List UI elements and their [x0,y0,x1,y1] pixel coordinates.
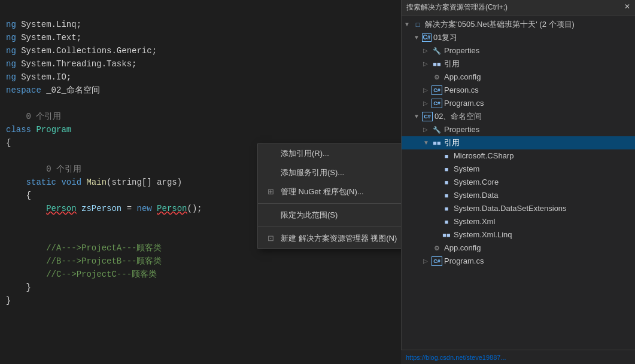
tree-program-cs-02[interactable]: ▷ C# Program.cs [402,255,635,268]
tree-arrow-person: ▷ [423,84,432,96]
close-panel-button[interactable]: ✕ [624,2,630,11]
menu-new-view[interactable]: ⊡ 新建 解决方案资源管理器 视图(N) [258,229,401,248]
tree-ref-01[interactable]: ▷ ■■ 引用 [402,57,635,71]
tree-properties-01[interactable]: ▷ 🔧 Properties [402,44,635,57]
tree-arrow-program-02: ▷ [423,255,432,267]
properties-icon-02: 🔧 [432,125,442,134]
menu-icon-nuget: ⊞ [264,185,277,198]
tree-ref-system[interactable]: ■ System [402,163,635,176]
code-editor[interactable]: ng System.Linq; ng System.Text; ng Syste… [0,0,401,364]
tree-arrow-ref-02: ▼ [423,137,432,149]
tree-arrow-solution: ▼ [404,19,412,30]
tree-person-cs[interactable]: ▷ C# Person.cs [402,84,635,97]
properties-icon-01: 🔧 [432,46,442,56]
tree-solution-root[interactable]: ▼ □ 解决方案'0505.Net基础班第十天' (2 个项目) [402,18,635,31]
tree-arrow-01: ▼ [414,32,422,44]
ref-xml-icon: ■ [441,217,452,227]
appconfig-icon-02: ⚙ [432,243,442,253]
project-02-icon: C# [422,112,433,121]
tree-arrow-program-01: ▷ [423,97,432,109]
tree-arrow-ref-01: ▷ [423,58,432,70]
menu-add-service-ref[interactable]: 添加服务引用(S)... [258,163,401,182]
project-01-icon: C# [422,33,432,42]
menu-manage-nuget[interactable]: ⊞ 管理 NuGet 程序包(N)... [258,182,401,201]
tree-ref-system-data-dse[interactable]: ■ System.Data.DataSetExtensions [402,202,635,215]
menu-separator-2 [258,227,401,227]
tree-ref-system-core[interactable]: ■ System.Core [402,176,635,189]
tree-properties-02[interactable]: ▷ 🔧 Properties [402,123,635,136]
tree-appconfig-02[interactable]: ⚙ App.config [402,241,635,255]
ref-icon-02: ■■ [432,138,442,148]
ref-system-icon: ■ [441,164,452,174]
solution-tree[interactable]: ▼ □ 解决方案'0505.Net基础班第十天' (2 个项目) ▼ C# 01… [402,16,635,364]
ref-dse-icon: ■ [441,204,452,213]
menu-icon-newview: ⊡ [264,232,277,245]
solution-icon: □ [412,20,423,29]
menu-scope[interactable]: 限定为此范围(S) [258,206,401,225]
tree-arrow-props-01: ▷ [423,45,432,57]
ref-xml-linq-icon: ■■ [441,230,452,240]
tree-project-01[interactable]: ▼ C# 01复习 [402,31,635,44]
tree-ref-system-data[interactable]: ■ System.Data [402,189,635,202]
ref-icon-01: ■■ [432,59,442,69]
program-cs-01-icon: C# [432,99,442,108]
tree-ref-microsoft-csharp[interactable]: ■ Microsoft.CSharp [402,149,635,163]
ref-ms-csharp-icon: ■ [441,151,452,161]
tree-program-cs-01[interactable]: ▷ C# Program.cs [402,97,635,110]
tree-project-02[interactable]: ▼ C# 02、命名空间 [402,110,635,123]
menu-separator-1 [258,203,401,204]
context-menu: 添加引用(R)... 添加服务引用(S)... ⊞ 管理 NuGet 程序包(N… [257,143,401,249]
tree-ref-02[interactable]: ▼ ■■ 引用 [402,136,635,149]
ref-system-core-icon: ■ [441,178,452,187]
tree-ref-system-xml[interactable]: ■ System.Xml [402,215,635,228]
program-cs-02-icon: C# [432,256,442,266]
appconfig-icon-01: ⚙ [432,72,442,82]
menu-add-reference[interactable]: 添加引用(R)... [258,144,401,163]
tree-arrow-02: ▼ [414,111,422,123]
tree-ref-system-xml-linq[interactable]: ■■ System.Xml.Linq [402,228,635,241]
solution-explorer-header: 搜索解决方案资源管理器(Ctrl+;) ✕ [402,0,635,16]
person-cs-icon: C# [432,85,442,95]
tree-appconfig-01[interactable]: ⚙ App.config [402,71,635,84]
solution-explorer: 搜索解决方案资源管理器(Ctrl+;) ✕ ▼ □ 解决方案'0505.Net基… [401,0,635,364]
ref-system-data-icon: ■ [441,191,452,200]
url-bar: https://blog.csdn.net/steve19887... [401,350,635,364]
tree-arrow-props-02: ▷ [423,124,432,136]
